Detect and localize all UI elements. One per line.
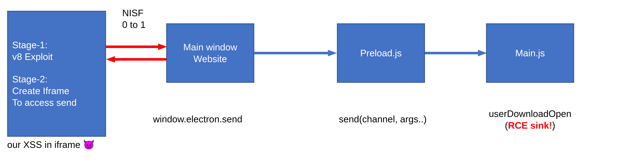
stage-line-3: Stage-2: [12,73,48,85]
mainjs-text: Main.js [515,47,545,59]
stage-line-1: Stage-1: [12,39,48,51]
send-channel-label: send(channel, args..) [322,113,444,125]
mainjs-box: Main.js [486,23,574,83]
send-channel-text: send(channel, args..) [339,114,427,124]
red-arrow-right [106,43,167,50]
preload-text: Preload.js [360,47,402,59]
red-arrow-left [106,56,167,63]
svg-marker-5 [328,50,337,56]
xss-text: our XSS in iframe 😈 [7,139,95,150]
svg-marker-7 [478,50,487,56]
nisf-line-2: 0 to 1 [122,19,146,31]
main-window-line-2: Website [194,53,227,65]
user-download-line-1: userDownloadOpen [469,108,591,120]
main-window-box: Main window Website [166,23,254,83]
electron-send-label: window.electron.send [136,113,259,125]
blue-arrow-2 [425,50,487,57]
rce-sink-text: RCE sink! [508,120,552,131]
paren-open: ( [505,120,508,131]
xss-label: our XSS in iframe 😈 [7,139,95,150]
nisf-label: NISF 0 to 1 [122,7,146,31]
nisf-line-1: NISF [122,7,146,19]
svg-marker-1 [158,44,167,50]
user-download-line-2: (RCE sink!) [469,120,591,131]
stage-line-2: v8 Exploit [12,51,53,63]
stage-line-5: To access send [12,97,76,108]
blue-arrow-1 [254,50,337,57]
preload-box: Preload.js [337,23,425,83]
stage-line-4: Create Iframe [12,85,69,97]
electron-send-text: window.electron.send [153,114,242,124]
stage-box: Stage-1: v8 Exploit Stage-2: Create Ifra… [7,11,106,137]
svg-marker-3 [106,56,115,63]
paren-close: ) [552,120,555,131]
user-download-label: userDownloadOpen (RCE sink!) [469,108,591,131]
main-window-line-1: Main window [183,41,237,53]
